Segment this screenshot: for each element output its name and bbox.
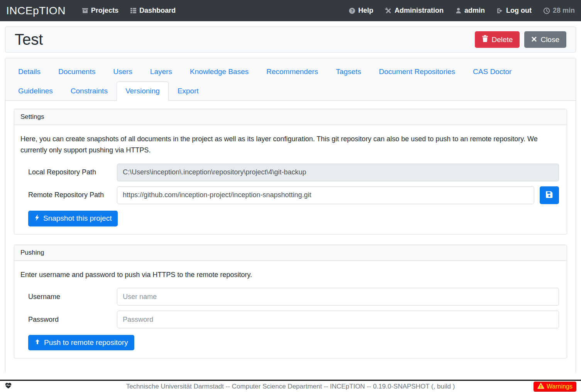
- settings-panel-title: Settings: [14, 109, 567, 125]
- page-title: Test: [15, 31, 43, 48]
- warning-triangle-icon: [537, 383, 544, 390]
- versioning-tab-content: Settings Here, you can create snapshots …: [5, 101, 576, 377]
- tab-cas-doctor[interactable]: CAS Doctor: [464, 62, 520, 81]
- save-remote-button[interactable]: [540, 186, 559, 204]
- pushing-panel-body: Enter username and password to push via …: [14, 261, 567, 358]
- main-content: Test Delete Close Details Documents User…: [0, 21, 581, 380]
- pushing-panel: Pushing Enter username and password to p…: [14, 245, 567, 359]
- local-repo-row: Local Repository Path: [20, 164, 559, 181]
- project-header: Test Delete Close: [5, 27, 576, 52]
- grid-icon: [130, 7, 137, 14]
- footer: Technische Universität Darmstadt -- Comp…: [0, 380, 581, 392]
- pushing-panel-title: Pushing: [14, 245, 567, 261]
- password-input[interactable]: [117, 311, 559, 328]
- push-remote-button[interactable]: Push to remote repository: [28, 335, 134, 350]
- svg-text:?: ?: [351, 8, 353, 14]
- tab-document-repositories[interactable]: Document Repositories: [370, 62, 464, 81]
- archive-icon: [82, 7, 88, 14]
- up-arrow-icon: [34, 338, 41, 347]
- top-navbar: INCEpTION Projects Dashboard ? Help Admi…: [0, 0, 581, 21]
- username-input[interactable]: [117, 288, 559, 306]
- snapshot-project-button[interactable]: Snapshot this project: [28, 211, 118, 226]
- tab-users[interactable]: Users: [104, 62, 141, 81]
- save-icon: [545, 190, 554, 200]
- password-label: Password: [20, 316, 117, 324]
- user-icon: [455, 7, 462, 14]
- nav-dashboard[interactable]: Dashboard: [130, 7, 176, 15]
- tab-list: Details Documents Users Layers Knowledge…: [9, 62, 572, 101]
- tab-knowledge-bases[interactable]: Knowledge Bases: [181, 62, 257, 81]
- tools-icon: [385, 7, 392, 14]
- tab-documents[interactable]: Documents: [49, 62, 104, 81]
- navbar-left: Projects Dashboard: [82, 7, 176, 15]
- username-row: Username: [20, 288, 559, 306]
- remote-repo-row: Remote Repository Path: [20, 186, 559, 204]
- app-brand[interactable]: INCEpTION: [6, 5, 66, 17]
- nav-projects[interactable]: Projects: [82, 7, 119, 15]
- password-row: Password: [20, 311, 559, 328]
- navbar-right: ? Help Administration admin Log out: [349, 7, 575, 15]
- close-x-icon: [531, 35, 537, 44]
- settings-description: Here, you can create snapshots of all do…: [20, 133, 559, 156]
- logout-icon: [496, 7, 503, 14]
- tab-constraints[interactable]: Constraints: [62, 81, 117, 101]
- delete-button[interactable]: Delete: [475, 31, 520, 48]
- help-icon: ?: [349, 7, 356, 14]
- warnings-button[interactable]: Warnings: [534, 382, 576, 392]
- local-repo-input: [117, 164, 559, 181]
- nav-administration[interactable]: Administration: [385, 7, 444, 15]
- nav-user[interactable]: admin: [455, 7, 485, 15]
- heart-pulse-icon: [5, 382, 12, 390]
- pushing-description: Enter username and password to push via …: [20, 269, 559, 280]
- tab-recommenders[interactable]: Recommenders: [257, 62, 327, 81]
- remote-repo-label: Remote Repository Path: [20, 191, 117, 199]
- clock-icon: [543, 7, 550, 14]
- remote-repo-input[interactable]: [117, 186, 534, 204]
- tab-bar: Details Documents Users Layers Knowledge…: [5, 58, 576, 101]
- footer-text: Technische Universität Darmstadt -- Comp…: [0, 383, 581, 390]
- remote-repo-field-group: [117, 186, 559, 204]
- tab-details[interactable]: Details: [9, 62, 49, 81]
- username-label: Username: [20, 293, 117, 301]
- nav-help[interactable]: ? Help: [349, 7, 373, 15]
- session-timer: 28 min: [543, 7, 575, 15]
- local-repo-label: Local Repository Path: [20, 168, 117, 176]
- settings-panel: Settings Here, you can create snapshots …: [14, 109, 567, 235]
- nav-logout[interactable]: Log out: [496, 7, 532, 15]
- close-button[interactable]: Close: [524, 31, 566, 48]
- tab-layers[interactable]: Layers: [141, 62, 181, 81]
- header-actions: Delete Close: [475, 31, 567, 48]
- tab-guidelines[interactable]: Guidelines: [9, 81, 62, 101]
- tab-tagsets[interactable]: Tagsets: [327, 62, 370, 81]
- tab-export[interactable]: Export: [169, 81, 208, 101]
- bolt-icon: [34, 214, 40, 223]
- settings-panel-body: Here, you can create snapshots of all do…: [14, 125, 567, 234]
- tab-versioning[interactable]: Versioning: [117, 81, 169, 101]
- trash-icon: [482, 35, 488, 44]
- project-tab-card: Details Documents Users Layers Knowledge…: [5, 58, 576, 373]
